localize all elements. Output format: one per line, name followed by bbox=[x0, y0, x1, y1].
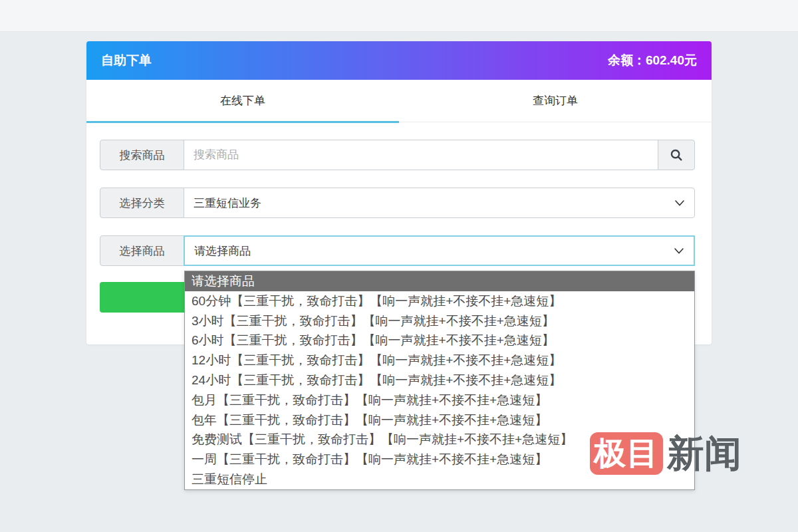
chevron-down-icon bbox=[674, 247, 684, 255]
watermark-suffix: 新闻 bbox=[667, 435, 741, 472]
jimu-news-watermark: 极目 新闻 bbox=[590, 432, 741, 475]
tab-query-order[interactable]: 查询订单 bbox=[399, 80, 712, 122]
product-row: 选择商品 请选择商品 bbox=[100, 235, 695, 266]
dropdown-option[interactable]: 6小时【三重干扰，致命打击】【响一声就挂+不接不挂+急速短】 bbox=[185, 331, 694, 350]
tab-online-order[interactable]: 在线下单 bbox=[86, 80, 399, 122]
product-select[interactable]: 请选择商品 bbox=[184, 235, 695, 266]
product-select-value: 请选择商品 bbox=[194, 243, 251, 259]
search-label: 搜索商品 bbox=[100, 140, 184, 170]
tab-label: 查询订单 bbox=[533, 93, 578, 108]
dropdown-option[interactable]: 包月【三重干扰，致命打击】【响一声就挂+不接不挂+急速短】 bbox=[185, 390, 694, 410]
tab-bar: 在线下单 查询订单 bbox=[86, 80, 712, 122]
dropdown-option[interactable]: 包年【三重干扰，致命打击】【响一声就挂+不接不挂+急速短】 bbox=[185, 410, 694, 430]
category-select[interactable]: 三重短信业务 bbox=[184, 188, 695, 218]
search-button[interactable] bbox=[658, 140, 695, 170]
dropdown-option[interactable]: 3小时【三重干扰，致命打击】【响一声就挂+不接不挂+急速短】 bbox=[185, 311, 694, 331]
watermark-badge: 极目 bbox=[590, 432, 663, 475]
chevron-down-icon bbox=[674, 199, 685, 207]
category-row: 选择分类 三重短信业务 bbox=[100, 188, 695, 218]
dropdown-option[interactable]: 24小时【三重干扰，致命打击】【响一声就挂+不接不挂+急速短】 bbox=[185, 370, 694, 390]
category-label: 选择分类 bbox=[100, 188, 184, 218]
product-label: 选择商品 bbox=[100, 235, 184, 266]
search-row: 搜索商品 bbox=[100, 140, 695, 170]
dropdown-option[interactable]: 60分钟【三重干扰，致命打击】【响一声就挂+不接不挂+急速短】 bbox=[185, 291, 694, 311]
page-title: 自助下单 bbox=[101, 52, 152, 69]
dropdown-option[interactable]: 请选择商品 bbox=[185, 271, 694, 291]
tab-label: 在线下单 bbox=[220, 93, 265, 108]
dropdown-option[interactable]: 12小时【三重干扰，致命打击】【响一声就挂+不接不挂+急速短】 bbox=[185, 350, 694, 370]
category-select-value: 三重短信业务 bbox=[194, 196, 261, 211]
search-icon bbox=[669, 148, 684, 162]
balance-text: 余额：602.40元 bbox=[608, 52, 697, 69]
search-input[interactable] bbox=[184, 140, 658, 170]
card-header: 自助下单 余额：602.40元 bbox=[86, 41, 712, 80]
top-strip bbox=[0, 0, 798, 32]
page-background: 自助下单 余额：602.40元 在线下单 查询订单 搜索商品 bbox=[0, 0, 798, 532]
